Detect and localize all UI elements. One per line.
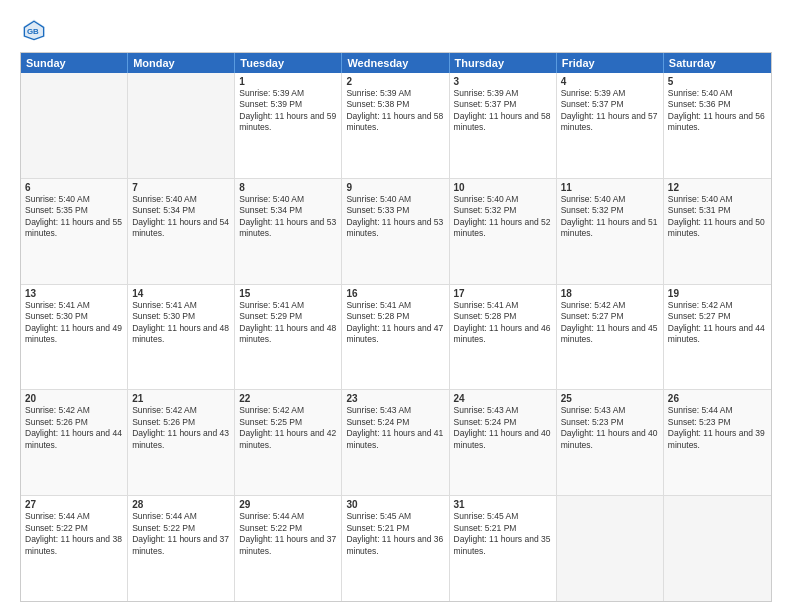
calendar-cell: 17Sunrise: 5:41 AMSunset: 5:28 PMDayligh…: [450, 285, 557, 390]
day-number: 27: [25, 499, 123, 510]
cell-info: Sunrise: 5:44 AMSunset: 5:23 PMDaylight:…: [668, 405, 767, 451]
cell-info: Sunrise: 5:39 AMSunset: 5:37 PMDaylight:…: [454, 88, 552, 134]
calendar-cell: [128, 73, 235, 178]
calendar-cell: 23Sunrise: 5:43 AMSunset: 5:24 PMDayligh…: [342, 390, 449, 495]
cell-info: Sunrise: 5:40 AMSunset: 5:34 PMDaylight:…: [239, 194, 337, 240]
calendar-cell: 24Sunrise: 5:43 AMSunset: 5:24 PMDayligh…: [450, 390, 557, 495]
cell-info: Sunrise: 5:41 AMSunset: 5:30 PMDaylight:…: [25, 300, 123, 346]
day-number: 19: [668, 288, 767, 299]
calendar-cell: 6Sunrise: 5:40 AMSunset: 5:35 PMDaylight…: [21, 179, 128, 284]
cell-info: Sunrise: 5:42 AMSunset: 5:26 PMDaylight:…: [25, 405, 123, 451]
calendar-cell: 27Sunrise: 5:44 AMSunset: 5:22 PMDayligh…: [21, 496, 128, 601]
calendar-cell: 9Sunrise: 5:40 AMSunset: 5:33 PMDaylight…: [342, 179, 449, 284]
cell-info: Sunrise: 5:40 AMSunset: 5:31 PMDaylight:…: [668, 194, 767, 240]
header-day-sunday: Sunday: [21, 53, 128, 73]
logo: GB: [20, 16, 52, 44]
cell-info: Sunrise: 5:40 AMSunset: 5:32 PMDaylight:…: [561, 194, 659, 240]
cell-info: Sunrise: 5:45 AMSunset: 5:21 PMDaylight:…: [346, 511, 444, 557]
calendar-cell: 8Sunrise: 5:40 AMSunset: 5:34 PMDaylight…: [235, 179, 342, 284]
svg-text:GB: GB: [27, 27, 39, 36]
day-number: 21: [132, 393, 230, 404]
cell-info: Sunrise: 5:44 AMSunset: 5:22 PMDaylight:…: [239, 511, 337, 557]
calendar-cell: 20Sunrise: 5:42 AMSunset: 5:26 PMDayligh…: [21, 390, 128, 495]
calendar-cell: 4Sunrise: 5:39 AMSunset: 5:37 PMDaylight…: [557, 73, 664, 178]
day-number: 6: [25, 182, 123, 193]
cell-info: Sunrise: 5:41 AMSunset: 5:28 PMDaylight:…: [346, 300, 444, 346]
calendar-cell: 30Sunrise: 5:45 AMSunset: 5:21 PMDayligh…: [342, 496, 449, 601]
header-day-tuesday: Tuesday: [235, 53, 342, 73]
cell-info: Sunrise: 5:43 AMSunset: 5:23 PMDaylight:…: [561, 405, 659, 451]
cell-info: Sunrise: 5:42 AMSunset: 5:27 PMDaylight:…: [668, 300, 767, 346]
day-number: 12: [668, 182, 767, 193]
day-number: 29: [239, 499, 337, 510]
day-number: 28: [132, 499, 230, 510]
calendar-cell: [557, 496, 664, 601]
calendar: SundayMondayTuesdayWednesdayThursdayFrid…: [20, 52, 772, 602]
calendar-cell: 12Sunrise: 5:40 AMSunset: 5:31 PMDayligh…: [664, 179, 771, 284]
cell-info: Sunrise: 5:41 AMSunset: 5:28 PMDaylight:…: [454, 300, 552, 346]
cell-info: Sunrise: 5:44 AMSunset: 5:22 PMDaylight:…: [132, 511, 230, 557]
day-number: 26: [668, 393, 767, 404]
cell-info: Sunrise: 5:45 AMSunset: 5:21 PMDaylight:…: [454, 511, 552, 557]
day-number: 25: [561, 393, 659, 404]
cell-info: Sunrise: 5:42 AMSunset: 5:25 PMDaylight:…: [239, 405, 337, 451]
calendar-cell: 16Sunrise: 5:41 AMSunset: 5:28 PMDayligh…: [342, 285, 449, 390]
day-number: 10: [454, 182, 552, 193]
cell-info: Sunrise: 5:43 AMSunset: 5:24 PMDaylight:…: [346, 405, 444, 451]
calendar-cell: [21, 73, 128, 178]
calendar-cell: 5Sunrise: 5:40 AMSunset: 5:36 PMDaylight…: [664, 73, 771, 178]
calendar-cell: [664, 496, 771, 601]
calendar-week-2: 6Sunrise: 5:40 AMSunset: 5:35 PMDaylight…: [21, 178, 771, 284]
calendar-cell: 13Sunrise: 5:41 AMSunset: 5:30 PMDayligh…: [21, 285, 128, 390]
calendar-body: 1Sunrise: 5:39 AMSunset: 5:39 PMDaylight…: [21, 73, 771, 601]
header-day-saturday: Saturday: [664, 53, 771, 73]
calendar-cell: 2Sunrise: 5:39 AMSunset: 5:38 PMDaylight…: [342, 73, 449, 178]
day-number: 16: [346, 288, 444, 299]
day-number: 4: [561, 76, 659, 87]
page: GB SundayMondayTuesdayWednesdayThursdayF…: [0, 0, 792, 612]
calendar-cell: 25Sunrise: 5:43 AMSunset: 5:23 PMDayligh…: [557, 390, 664, 495]
day-number: 15: [239, 288, 337, 299]
cell-info: Sunrise: 5:39 AMSunset: 5:38 PMDaylight:…: [346, 88, 444, 134]
header-day-friday: Friday: [557, 53, 664, 73]
calendar-cell: 14Sunrise: 5:41 AMSunset: 5:30 PMDayligh…: [128, 285, 235, 390]
logo-icon: GB: [20, 16, 48, 44]
calendar-week-1: 1Sunrise: 5:39 AMSunset: 5:39 PMDaylight…: [21, 73, 771, 178]
day-number: 9: [346, 182, 444, 193]
day-number: 13: [25, 288, 123, 299]
calendar-cell: 1Sunrise: 5:39 AMSunset: 5:39 PMDaylight…: [235, 73, 342, 178]
day-number: 24: [454, 393, 552, 404]
calendar-cell: 29Sunrise: 5:44 AMSunset: 5:22 PMDayligh…: [235, 496, 342, 601]
cell-info: Sunrise: 5:40 AMSunset: 5:34 PMDaylight:…: [132, 194, 230, 240]
calendar-cell: 22Sunrise: 5:42 AMSunset: 5:25 PMDayligh…: [235, 390, 342, 495]
cell-info: Sunrise: 5:42 AMSunset: 5:27 PMDaylight:…: [561, 300, 659, 346]
calendar-cell: 3Sunrise: 5:39 AMSunset: 5:37 PMDaylight…: [450, 73, 557, 178]
day-number: 23: [346, 393, 444, 404]
cell-info: Sunrise: 5:40 AMSunset: 5:32 PMDaylight:…: [454, 194, 552, 240]
day-number: 18: [561, 288, 659, 299]
day-number: 22: [239, 393, 337, 404]
cell-info: Sunrise: 5:40 AMSunset: 5:35 PMDaylight:…: [25, 194, 123, 240]
day-number: 7: [132, 182, 230, 193]
day-number: 20: [25, 393, 123, 404]
cell-info: Sunrise: 5:44 AMSunset: 5:22 PMDaylight:…: [25, 511, 123, 557]
calendar-cell: 18Sunrise: 5:42 AMSunset: 5:27 PMDayligh…: [557, 285, 664, 390]
day-number: 14: [132, 288, 230, 299]
cell-info: Sunrise: 5:41 AMSunset: 5:30 PMDaylight:…: [132, 300, 230, 346]
calendar-cell: 26Sunrise: 5:44 AMSunset: 5:23 PMDayligh…: [664, 390, 771, 495]
calendar-cell: 28Sunrise: 5:44 AMSunset: 5:22 PMDayligh…: [128, 496, 235, 601]
cell-info: Sunrise: 5:41 AMSunset: 5:29 PMDaylight:…: [239, 300, 337, 346]
day-number: 2: [346, 76, 444, 87]
calendar-cell: 21Sunrise: 5:42 AMSunset: 5:26 PMDayligh…: [128, 390, 235, 495]
day-number: 11: [561, 182, 659, 193]
day-number: 1: [239, 76, 337, 87]
calendar-cell: 31Sunrise: 5:45 AMSunset: 5:21 PMDayligh…: [450, 496, 557, 601]
cell-info: Sunrise: 5:42 AMSunset: 5:26 PMDaylight:…: [132, 405, 230, 451]
calendar-week-3: 13Sunrise: 5:41 AMSunset: 5:30 PMDayligh…: [21, 284, 771, 390]
day-number: 17: [454, 288, 552, 299]
calendar-cell: 11Sunrise: 5:40 AMSunset: 5:32 PMDayligh…: [557, 179, 664, 284]
cell-info: Sunrise: 5:40 AMSunset: 5:33 PMDaylight:…: [346, 194, 444, 240]
day-number: 30: [346, 499, 444, 510]
calendar-cell: 7Sunrise: 5:40 AMSunset: 5:34 PMDaylight…: [128, 179, 235, 284]
day-number: 8: [239, 182, 337, 193]
